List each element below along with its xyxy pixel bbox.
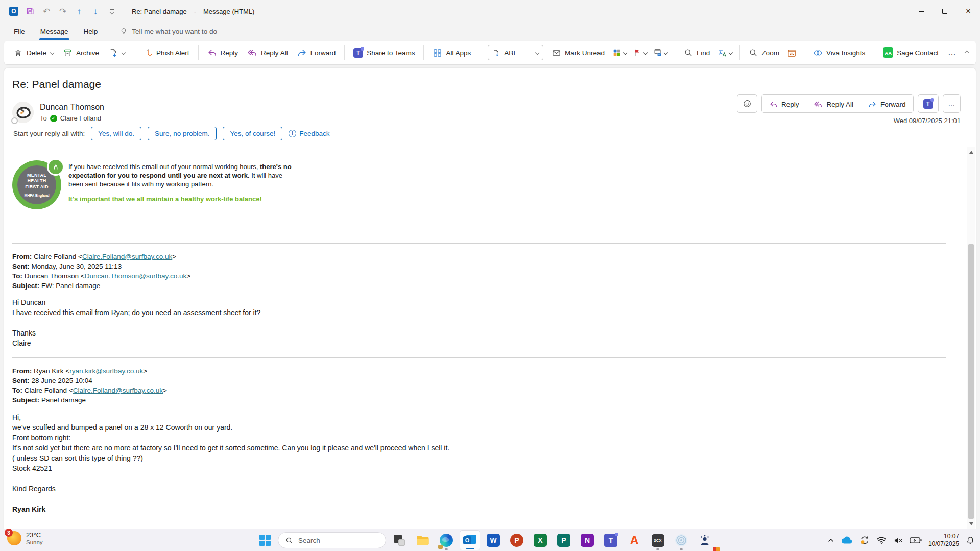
edge-button[interactable] — [436, 530, 457, 550]
scrollbar-thumb[interactable] — [968, 244, 974, 519]
system-tray: 10:07 10/07/2025 z — [828, 529, 975, 551]
powerpoint-button[interactable]: P — [507, 530, 527, 550]
redo-button[interactable]: ↷ — [56, 5, 69, 18]
battery-charging-icon[interactable] — [910, 537, 922, 544]
suggested-replies: Start your reply all with: Yes, will do.… — [13, 127, 330, 140]
save-button[interactable] — [23, 5, 37, 18]
email-link[interactable]: Claire.Folland@surfbay.co.uk — [73, 387, 163, 394]
reply-button[interactable]: Reply — [203, 45, 243, 61]
forward-button[interactable]: Forward — [293, 45, 340, 61]
collapse-ribbon-button[interactable] — [963, 47, 971, 58]
ribbon-divider — [134, 45, 134, 60]
all-apps-button[interactable]: All Apps — [428, 44, 475, 61]
share-to-teams-button-header[interactable]: T — [918, 94, 939, 113]
sunny-weather-icon: 3 — [7, 531, 21, 545]
a-app-button[interactable]: A — [624, 530, 644, 550]
more-actions-button[interactable]: … — [943, 94, 961, 113]
vertical-scrollbar[interactable] — [967, 147, 975, 529]
sync-icon[interactable] — [859, 535, 870, 545]
emoji-reaction-button[interactable] — [737, 94, 757, 113]
close-button[interactable]: × — [957, 0, 980, 22]
sender-name[interactable]: Duncan Thomson — [40, 103, 104, 112]
excel-button[interactable]: X — [530, 530, 551, 550]
menu-file[interactable]: File — [6, 22, 33, 40]
email-link[interactable]: Duncan.Thomson@surfbay.co.uk — [85, 272, 187, 280]
phish-alert-button[interactable]: Phish Alert — [139, 44, 194, 61]
menu-message[interactable]: Message — [33, 22, 76, 40]
rules-icon — [653, 48, 662, 57]
ribbon-more-button[interactable]: … — [944, 48, 961, 57]
zoom-button[interactable]: Zoom — [745, 44, 783, 61]
tell-me-box[interactable]: Tell me what you want to do — [119, 22, 217, 40]
hidden-icons-chevron[interactable] — [828, 538, 834, 543]
reply-all-button-header[interactable]: Reply All — [806, 95, 861, 113]
taskbar-clock[interactable]: 10:07 10/07/2025 — [928, 533, 959, 548]
email-link[interactable]: ryan.kirk@surfbay.co.uk — [69, 367, 143, 375]
word-button[interactable]: W — [483, 530, 504, 550]
publisher-button[interactable]: P — [554, 530, 574, 550]
outlook-taskbar-button[interactable]: O — [460, 530, 480, 550]
volume-muted-icon[interactable] — [893, 537, 903, 544]
sage-contact-button[interactable]: AA Sage Contact — [879, 44, 943, 61]
next-item-button[interactable]: ↓ — [89, 5, 102, 18]
ribbon-divider — [344, 45, 345, 60]
task-view-button[interactable] — [389, 530, 410, 550]
weather-widget[interactable]: 3 23°C Sunny — [7, 531, 43, 545]
email-link[interactable]: Claire.Folland@surfbay.co.uk — [82, 253, 172, 260]
translate-button[interactable] — [715, 44, 735, 61]
notification-bell-icon[interactable]: z — [966, 536, 975, 545]
start-button[interactable] — [255, 531, 275, 550]
teams-button[interactable]: T — [601, 530, 621, 550]
message-divider — [12, 357, 946, 358]
mark-unread-button[interactable]: Mark Unread — [547, 44, 609, 61]
message-pane: Re: Panel damage Duncan Thomson — [4, 68, 976, 529]
collapse-ribbon-icon — [965, 51, 969, 55]
person-app-button[interactable] — [695, 530, 715, 550]
taskbar-search[interactable]: Search — [278, 532, 386, 548]
categorize-button[interactable] — [610, 44, 629, 61]
customize-quick-access-button[interactable] — [105, 5, 118, 18]
fingerprint-app-button[interactable] — [671, 530, 691, 550]
menu-bar: File Message Help Tell me what you want … — [0, 22, 980, 40]
minimize-button[interactable] — [910, 0, 933, 22]
suggested-reply-3[interactable]: Yes, of course! — [223, 127, 282, 140]
suggested-reply-2[interactable]: Sure, no problem. — [148, 127, 217, 140]
onenote-button[interactable]: N — [577, 530, 597, 550]
scroll-up-button[interactable] — [967, 148, 975, 156]
title-bar: O ↶ ↷ ↑ ↓ Re: Panel damage - Message (HT… — [0, 0, 980, 22]
outlook-app-icon: O — [7, 5, 20, 18]
forward-button-header[interactable]: Forward — [861, 95, 913, 113]
move-button[interactable] — [104, 44, 129, 61]
archive-button[interactable]: Archive — [59, 44, 103, 61]
onedrive-icon[interactable] — [841, 536, 853, 544]
reply-all-button[interactable]: Reply All — [243, 45, 292, 61]
tag-combobox[interactable]: ABI — [488, 45, 543, 60]
share-to-teams-button[interactable]: T Share to Teams — [349, 44, 419, 61]
report-stats-button[interactable] — [784, 44, 799, 61]
rules-button[interactable] — [651, 44, 670, 61]
delete-button[interactable]: Delete — [9, 44, 58, 61]
a-app-icon: A — [630, 534, 639, 547]
previous-item-button[interactable]: ↑ — [73, 5, 86, 18]
recipient-name[interactable]: Claire Folland — [60, 114, 101, 122]
scroll-down-button[interactable] — [967, 520, 975, 528]
find-button[interactable]: Find — [680, 44, 714, 61]
threecx-button[interactable]: 3CX — [648, 530, 668, 550]
teams-icon: T — [353, 48, 363, 58]
wifi-icon[interactable] — [876, 536, 887, 544]
feedback-link[interactable]: i Feedback — [289, 130, 329, 137]
teams-icon: T — [923, 99, 933, 109]
viva-insights-button[interactable]: Viva Insights — [809, 44, 869, 61]
undo-button[interactable]: ↶ — [40, 5, 53, 18]
avatar[interactable] — [12, 102, 34, 123]
file-explorer-button[interactable] — [413, 530, 433, 550]
restore-button[interactable] — [933, 0, 957, 22]
ribbon-divider — [739, 45, 740, 60]
suggested-reply-1[interactable]: Yes, will do. — [91, 127, 141, 140]
reply-button-header[interactable]: Reply — [762, 95, 807, 113]
menu-help[interactable]: Help — [76, 22, 106, 40]
follow-up-button[interactable] — [630, 44, 650, 61]
ribbon-divider — [423, 45, 424, 60]
viva-insights-icon — [813, 48, 823, 58]
ribbon-divider — [480, 45, 480, 60]
